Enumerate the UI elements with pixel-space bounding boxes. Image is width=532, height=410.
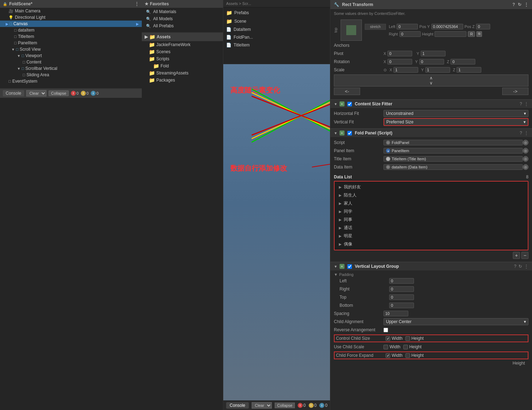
pad-right-input[interactable] — [389, 286, 414, 292]
assets-header[interactable]: ▶ 📁 Assets — [142, 33, 223, 41]
asset-titleitem[interactable]: 📄 TitleItem — [225, 41, 329, 49]
data-list-item-2[interactable]: ▶ 家人 — [336, 199, 526, 207]
title-item-ref[interactable]: ◻ TitleItem (Title Item) — [383, 156, 523, 162]
hierarchy-item-canvas[interactable]: ▶ □ Canvas ▶ — [0, 21, 142, 27]
rot-y-input[interactable] — [419, 59, 444, 65]
rot-x-input[interactable] — [387, 59, 412, 65]
collapse-button[interactable]: Collapse — [49, 90, 69, 96]
fav-all-materials[interactable]: 🔍 All Materials — [142, 8, 223, 15]
hfit-dropdown[interactable]: Unconstrained ▾ — [383, 110, 528, 117]
script-pick-btn[interactable]: ◎ — [523, 140, 528, 145]
hierarchy-item-content[interactable]: □ Content — [0, 59, 142, 65]
vlg-more-icon[interactable]: ⋮ — [524, 264, 528, 269]
hierarchy-item-main-camera[interactable]: 🎥 Main Camera — [0, 8, 142, 14]
data-list-item-7[interactable]: ▶ 偶像 — [336, 240, 526, 248]
fp-more-icon[interactable]: ⋮ — [524, 131, 528, 135]
collapse-btn[interactable]: Collapse — [275, 403, 295, 408]
right-input[interactable] — [399, 31, 421, 37]
pad-bottom-input[interactable] — [389, 303, 414, 308]
data-list-item-6[interactable]: ▶ 明星 — [336, 232, 526, 240]
hierarchy-item-eventsystem[interactable]: □ EventSystem — [0, 78, 142, 84]
more-icon[interactable]: ⋮ — [524, 2, 528, 7]
use-scale-height-checkbox[interactable] — [403, 345, 408, 349]
child-alignment-dropdown[interactable]: Upper Center ▾ — [383, 318, 528, 325]
vlg-enabled-checkbox[interactable] — [347, 264, 352, 269]
expand-height-checkbox[interactable] — [405, 353, 410, 358]
data-list-item-3[interactable]: ▶ 同学 — [336, 207, 526, 216]
asset-dataitem[interactable]: 📄 DataItem — [225, 26, 329, 33]
fold-panel-header[interactable]: ▼ ≡ Fold Panel (Script) ? ⋮ — [330, 128, 532, 138]
scale-y-input[interactable] — [425, 67, 450, 73]
assets-item-scenes[interactable]: 📁 Scenes — [142, 48, 223, 55]
data-list-item-0[interactable]: ▶ 我的好友 — [336, 183, 526, 191]
height-input[interactable] — [435, 31, 466, 37]
question-icon[interactable]: ? — [513, 2, 515, 7]
assets-item-scripts[interactable]: 📁 Scripts — [142, 55, 223, 62]
hierarchy-item-sliding-area[interactable]: □ Sliding Area — [0, 72, 142, 78]
csf-help-icon[interactable]: ? — [520, 101, 522, 106]
scale-x-input[interactable] — [393, 67, 418, 73]
content-size-fitter-header[interactable]: ▼ ≡ Content Size Fitter ? ⋮ — [330, 99, 532, 109]
control-height-checkbox[interactable] — [405, 336, 410, 341]
add-item-button[interactable]: + — [513, 252, 520, 259]
rot-z-input[interactable] — [450, 59, 475, 65]
data-list-item-4[interactable]: ▶ 同事 — [336, 216, 526, 224]
csf-enabled-checkbox[interactable] — [347, 102, 352, 106]
panel-item-pick-btn[interactable]: ◎ — [523, 148, 528, 154]
clear-dropdown[interactable]: Clear — [26, 90, 46, 96]
data-list-item-1[interactable]: ▶ 陌生人 — [336, 191, 526, 199]
title-item-pick-btn[interactable]: ◎ — [523, 156, 528, 162]
control-width-checkbox[interactable]: ✓ — [386, 336, 390, 341]
pivot-x-input[interactable] — [387, 51, 412, 56]
nav-right-button[interactable]: -> — [502, 88, 528, 95]
r-button[interactable]: R — [468, 31, 475, 37]
asset-foldpanel[interactable]: 📄 FoldPan... — [225, 34, 329, 41]
data-list-item-5[interactable]: ▶ 通话 — [336, 224, 526, 232]
pivot-y-input[interactable] — [421, 51, 446, 56]
hierarchy-item-panelitem[interactable]: □ PanelItem — [0, 40, 142, 46]
spacing-input[interactable] — [383, 311, 408, 316]
hierarchy-item-titleitem[interactable]: □ TitleItem — [0, 33, 142, 40]
hierarchy-menu-icon[interactable]: ⋮ — [135, 1, 139, 6]
assets-item-streaming[interactable]: 📁 StreamingAssets — [142, 70, 223, 77]
csf-more-icon[interactable]: ⋮ — [524, 101, 528, 106]
hierarchy-item-dataitem[interactable]: □ dataItem — [0, 27, 142, 33]
data-item-ref[interactable]: ◻ dataItem (Data Item) — [383, 164, 523, 170]
clear-select[interactable]: Clear — [252, 402, 272, 409]
fp-enabled-checkbox[interactable] — [347, 131, 352, 135]
asset-prefabs[interactable]: 📁 Prefabs — [225, 9, 329, 17]
expand-width-checkbox[interactable]: ✓ — [386, 353, 390, 358]
reverse-checkbox[interactable] — [383, 328, 388, 332]
assets-item-fold[interactable]: 📁 Fold — [142, 62, 223, 70]
hierarchy-item-directional-light[interactable]: 💡 Directional Light — [0, 14, 142, 21]
vfit-dropdown[interactable]: Preferred Size ▾ — [383, 118, 528, 126]
left-input[interactable] — [397, 24, 418, 29]
assets-item-jackieframework[interactable]: 📁 JackieFrameWork — [142, 41, 223, 48]
asset-scene[interactable]: 📁 Scene — [225, 17, 329, 25]
panel-item-ref[interactable]: ● PanelItem — [383, 148, 523, 154]
hierarchy-item-scrollbar-vertical[interactable]: ▼ □ Scrollbar Vertical — [0, 65, 142, 72]
vlg-header[interactable]: ▼ ≡ Vertical Layout Group ? ↻ ⋮ — [330, 262, 532, 271]
fav-all-models[interactable]: 🔍 All Models — [142, 15, 223, 22]
console-tab[interactable]: Console — [3, 90, 24, 96]
fav-all-prefabs[interactable]: 🔍 All Prefabs — [142, 22, 223, 29]
scale-z-input[interactable] — [457, 67, 481, 73]
reset-button[interactable]: ⧉ — [476, 31, 482, 37]
pad-left-input[interactable] — [389, 278, 414, 284]
script-ref[interactable]: ◻ FoldPanel — [383, 140, 523, 145]
hierarchy-item-viewport[interactable]: ▼ □ Viewport — [0, 52, 142, 59]
vlg-help-icon[interactable]: ? — [514, 264, 516, 269]
assets-item-packages[interactable]: 📁 Packages — [142, 77, 223, 84]
fp-help-icon[interactable]: ? — [520, 131, 522, 135]
pad-top-input[interactable] — [389, 294, 414, 300]
remove-item-button[interactable]: − — [521, 252, 528, 259]
posz-input[interactable] — [476, 24, 490, 29]
hierarchy-item-scrollview[interactable]: ▼ □ Scroll View — [0, 46, 142, 52]
data-item-pick-btn[interactable]: ◎ — [523, 164, 528, 170]
console-tab-scene[interactable]: Console — [226, 402, 249, 409]
nav-left-button[interactable]: <- — [334, 88, 360, 95]
vlg-refresh-icon[interactable]: ↻ — [519, 264, 522, 269]
use-scale-width-checkbox[interactable] — [383, 345, 388, 349]
refresh-icon[interactable]: ↻ — [518, 2, 521, 7]
posy-input[interactable] — [431, 24, 463, 29]
